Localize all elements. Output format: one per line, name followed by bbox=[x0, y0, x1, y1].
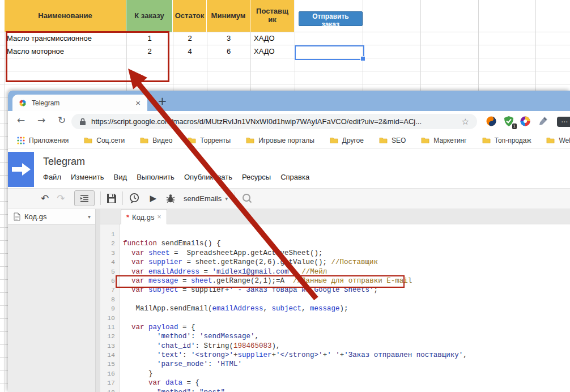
folder-icon bbox=[379, 137, 388, 144]
line-number: 9 bbox=[100, 304, 119, 313]
bookmark-folder[interactable]: Другое bbox=[330, 137, 364, 144]
sheet-header-5[interactable]: Поставщик bbox=[250, 0, 295, 32]
unsaved-marker: * bbox=[126, 213, 129, 221]
bookmark-folder[interactable]: Видео bbox=[140, 137, 172, 144]
bookmark-folder[interactable]: Торренты bbox=[188, 137, 231, 144]
sheet-cell-supplier[interactable]: ХАДО bbox=[250, 32, 295, 45]
folder-icon bbox=[188, 137, 196, 144]
line-number: 4 bbox=[100, 258, 119, 267]
code-area[interactable]: 123456789101112131415161718 function sen… bbox=[100, 224, 570, 392]
execution-log-icon[interactable] bbox=[129, 193, 140, 204]
sheet-header-1[interactable]: Наименование bbox=[5, 0, 126, 32]
fill-handle-icon[interactable] bbox=[360, 56, 365, 61]
menu-вид[interactable]: Вид bbox=[114, 173, 127, 181]
run-icon[interactable]: ▶ bbox=[150, 194, 157, 203]
line-number: 18 bbox=[100, 388, 119, 392]
line-number: 12 bbox=[100, 332, 119, 341]
bookmark-apps[interactable]: Приложения bbox=[17, 137, 69, 144]
bookmark-label: SEO bbox=[392, 137, 406, 144]
extension-swirl-icon[interactable] bbox=[486, 116, 497, 127]
editor-workspace: Код.gs ▾ * Код.gs × 12345678910111213 bbox=[8, 209, 570, 392]
extension-menu-icon[interactable]: ⋯ bbox=[557, 117, 570, 127]
sheet-cell-supplier[interactable]: ХАДО bbox=[250, 45, 295, 58]
editor-tab-kod-gs[interactable]: * Код.gs × bbox=[121, 209, 167, 224]
folder-icon bbox=[482, 137, 491, 144]
bookmark-label: Соц.сети bbox=[96, 137, 125, 144]
bookmark-label: Приложения bbox=[29, 137, 69, 144]
editor-tab-close-icon[interactable]: × bbox=[158, 213, 161, 221]
bookmark-folder[interactable]: Маркетинг bbox=[421, 137, 466, 144]
screen: НаименованиеК заказуОстатокМинимумПостав… bbox=[0, 0, 570, 392]
file-menu-caret-icon[interactable]: ▾ bbox=[88, 214, 91, 220]
bookmark-label: Видео bbox=[152, 137, 172, 144]
menu-файл[interactable]: Файл bbox=[43, 173, 61, 181]
bookmark-folder[interactable]: Топ-продаж bbox=[482, 137, 531, 144]
sheet-cell-name[interactable]: Масло трансмиссионное bbox=[5, 32, 126, 45]
sidebar-file-label: Код.gs bbox=[24, 212, 88, 221]
extension-dropper-icon[interactable] bbox=[537, 116, 548, 127]
sheet-cell-stock[interactable]: 2 bbox=[173, 32, 207, 45]
folder-icon bbox=[246, 137, 254, 144]
code-line: 'chat_id': String(198465083), bbox=[123, 342, 570, 351]
save-icon[interactable] bbox=[107, 193, 117, 203]
sheet-cell-to_order[interactable]: 1 bbox=[126, 32, 173, 45]
extension-palette-icon[interactable] bbox=[520, 116, 531, 127]
reload-icon[interactable]: ↻ bbox=[58, 114, 66, 126]
sheet-cell-minimum[interactable]: 3 bbox=[207, 32, 250, 45]
menu-изменить[interactable]: Изменить bbox=[71, 173, 104, 181]
code-line: var subject = supplier+' - Заказ товара … bbox=[123, 286, 570, 295]
redo-icon[interactable]: ↷ bbox=[57, 194, 65, 203]
code-line bbox=[123, 230, 570, 239]
selected-cell[interactable] bbox=[295, 45, 364, 60]
bookmark-label: Торренты bbox=[200, 137, 231, 144]
sheet-cell-stock[interactable]: 4 bbox=[173, 45, 207, 58]
sheet-header-3[interactable]: Остаток bbox=[173, 0, 207, 32]
code-line: 'text': '<strong>'+supplier+'</strong>'+… bbox=[123, 351, 570, 360]
bookmark-folder[interactable]: Соц.сети bbox=[84, 137, 125, 144]
function-select-caret-icon[interactable]: ▾ bbox=[225, 195, 228, 202]
editor-tab-label: Код.gs bbox=[132, 213, 154, 221]
code-lines: function sendEmails() { var sheet = Spre… bbox=[123, 224, 570, 392]
line-number: 13 bbox=[100, 342, 119, 351]
sheet-cell-name[interactable]: Масло моторное bbox=[5, 45, 126, 58]
bookmark-folder[interactable]: Web-документаци bbox=[546, 137, 570, 144]
tab-favicon-icon bbox=[18, 99, 27, 108]
url-text: https://script.google.com/macros/d/MUtzR… bbox=[91, 117, 462, 126]
line-number: 6 bbox=[100, 276, 119, 286]
bookmark-label: Топ-продаж bbox=[495, 137, 531, 144]
bookmark-folder[interactable]: SEO bbox=[379, 137, 406, 144]
indent-button[interactable] bbox=[74, 190, 95, 206]
code-line: 'method': 'sendMessage', bbox=[123, 332, 570, 341]
back-icon[interactable]: ← bbox=[17, 114, 25, 126]
search-icon[interactable] bbox=[242, 193, 252, 203]
address-bar[interactable]: https://script.google.com/macros/d/MUtzR… bbox=[71, 114, 477, 129]
line-number: 7 bbox=[100, 286, 119, 295]
menu-выполнить[interactable]: Выполнить bbox=[137, 173, 175, 181]
sheet-cell-minimum[interactable]: 6 bbox=[207, 45, 250, 58]
line-number: 2 bbox=[100, 239, 119, 248]
browser-tab-telegram[interactable]: Telegram × bbox=[12, 95, 147, 111]
sidebar-file-kod-gs[interactable]: Код.gs ▾ bbox=[8, 209, 95, 225]
forward-icon[interactable]: → bbox=[37, 114, 45, 126]
extension-shield-icon[interactable]: 1 bbox=[503, 116, 514, 127]
editor-toolbar: ↶ ↷ bbox=[8, 188, 570, 208]
send-order-button[interactable]: Отправить заказ bbox=[299, 11, 363, 26]
apps-grid-icon bbox=[17, 137, 25, 144]
menu-ресурсы[interactable]: Ресурсы bbox=[242, 173, 271, 181]
new-tab-button[interactable]: + bbox=[154, 93, 171, 109]
sheet-cell-to_order[interactable]: 2 bbox=[126, 45, 173, 58]
bookmark-folder[interactable]: Игровые порталы bbox=[246, 137, 314, 144]
close-tab-icon[interactable]: × bbox=[134, 98, 142, 108]
shield-badge: 1 bbox=[512, 123, 517, 129]
bookmark-star-icon[interactable]: ☆ bbox=[462, 117, 469, 127]
code-line: } bbox=[123, 369, 570, 378]
sheet-header-4[interactable]: Минимум bbox=[207, 0, 250, 32]
debug-icon[interactable] bbox=[165, 193, 176, 203]
line-number: 10 bbox=[100, 314, 119, 323]
menu-справка[interactable]: Справка bbox=[280, 173, 309, 181]
function-select[interactable]: sendEmails bbox=[184, 194, 222, 203]
menu-опубликовать[interactable]: Опубликовать bbox=[184, 173, 232, 181]
line-number: 3 bbox=[100, 249, 119, 258]
sheet-header-2[interactable]: К заказу bbox=[126, 0, 173, 32]
undo-icon[interactable]: ↶ bbox=[41, 194, 49, 203]
